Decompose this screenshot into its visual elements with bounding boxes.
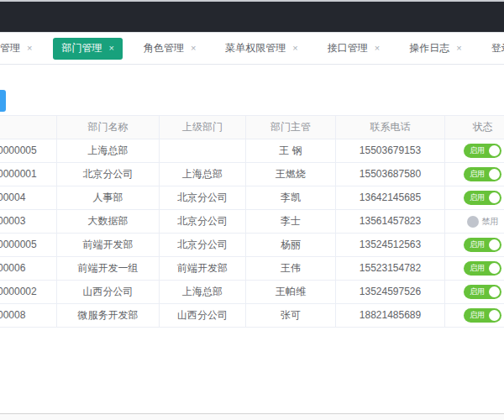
table-row: 00006前端开发一组前端开发部王伟15523154782启用	[0, 257, 504, 281]
cell-department-name: 山西分公司	[57, 281, 160, 304]
table-row: 0000001北京分公司上海总部王燃烧15503687580启用	[0, 163, 504, 186]
status-badge: 启用	[470, 191, 485, 205]
toggle-knob-icon	[489, 169, 500, 180]
cell-phone: 13524512563	[336, 234, 445, 257]
toggle-knob-icon	[489, 263, 500, 274]
cell-department-id: 00008	[0, 304, 57, 328]
toggle-knob-icon	[489, 310, 500, 321]
column-header-name: 部门名称	[57, 115, 160, 139]
column-header-parent: 上级部门	[160, 115, 246, 139]
cell-manager: 李凯	[246, 186, 336, 210]
status-badge: 启用	[470, 308, 485, 323]
cell-phone: 13642145685	[336, 186, 445, 210]
column-header-id	[0, 115, 57, 139]
tab-0[interactable]: 用户管理×	[0, 38, 40, 60]
tab-label: 接口管理	[328, 41, 368, 55]
cell-department-id: 0000002	[0, 281, 57, 304]
status-badge: 启用	[470, 285, 485, 299]
department-table: 部门名称 上级部门 部门主管 联系电话 状态 0000005上海总部王 钢155…	[0, 115, 504, 328]
column-header-status: 状态	[445, 115, 504, 139]
cell-parent-dept: 北京分公司	[160, 234, 246, 257]
tab-label: 用户管理	[0, 41, 20, 55]
toggle-knob-icon	[489, 145, 500, 156]
tab-close-icon[interactable]: ×	[27, 44, 32, 53]
tab-label: 操作日志	[409, 41, 449, 55]
toggle-knob-icon	[489, 192, 500, 203]
app-window: 用户管理×部门管理×角色管理×菜单权限管理×接口管理×操作日志×登录日志×SQL…	[0, 0, 504, 420]
toggle-knob-icon	[489, 239, 500, 250]
tab-close-icon[interactable]: ×	[456, 44, 461, 53]
cell-status: 启用	[445, 163, 504, 186]
tab-close-icon[interactable]: ×	[191, 44, 196, 53]
cell-department-name: 上海总部	[57, 139, 160, 163]
cell-phone: 15503679153	[336, 139, 445, 163]
cell-department-name: 微服务开发部	[57, 304, 160, 328]
cell-status: 启用	[445, 139, 504, 163]
status-badge: 启用	[470, 144, 485, 158]
cell-department-id: 0000005	[0, 139, 57, 163]
tab-close-icon[interactable]: ×	[108, 44, 113, 53]
column-header-manager: 部门主管	[246, 115, 336, 139]
toggle-knob-icon	[489, 286, 500, 297]
cell-department-name: 前端开发部	[57, 234, 160, 257]
tab-label: 角色管理	[144, 41, 184, 55]
cell-department-id: 00003	[0, 210, 57, 234]
tab-label: 登录日志	[491, 41, 504, 55]
tab-6[interactable]: 登录日志×	[483, 38, 504, 60]
table-body: 0000005上海总部王 钢15503679153启用0000001北京分公司上…	[0, 139, 504, 328]
cell-department-id: 00006	[0, 257, 57, 281]
status-toggle[interactable]: 启用	[464, 144, 501, 158]
cell-parent-dept: 山西分公司	[160, 304, 246, 328]
table-row: 00003大数据部北京分公司李士13561457823禁用	[0, 210, 504, 234]
cell-manager: 李士	[246, 210, 336, 234]
table-row: 0000005前端开发部北京分公司杨丽13524512563启用	[0, 234, 504, 257]
cell-phone: 18821485689	[336, 304, 445, 328]
column-header-phone: 联系电话	[336, 115, 445, 139]
status-badge: 禁用	[482, 210, 499, 233]
tab-close-icon[interactable]: ×	[292, 44, 297, 53]
status-toggle[interactable]: 启用	[464, 261, 501, 276]
cell-phone: 15523154782	[336, 257, 445, 281]
tab-bar: 用户管理×部门管理×角色管理×菜单权限管理×接口管理×操作日志×登录日志×SQL…	[0, 33, 504, 65]
tab-close-icon[interactable]: ×	[375, 44, 380, 53]
status-toggle[interactable]: 启用	[464, 191, 501, 205]
cell-manager: 杨丽	[246, 234, 336, 257]
cell-status: 启用	[445, 234, 504, 257]
status-toggle[interactable]: 禁用	[467, 215, 499, 228]
table-row: 00008微服务开发部山西分公司张可18821485689启用	[0, 304, 504, 328]
cell-manager: 张可	[246, 304, 336, 328]
toggle-knob-icon	[467, 216, 479, 228]
tab-4[interactable]: 接口管理×	[319, 38, 388, 60]
top-navbar	[0, 0, 504, 33]
cell-manager: 王伟	[246, 257, 336, 281]
status-toggle[interactable]: 启用	[464, 308, 501, 323]
cell-manager: 王燃烧	[246, 163, 336, 186]
cell-parent-dept: 上海总部	[160, 163, 246, 186]
table-header-row: 部门名称 上级部门 部门主管 联系电话 状态	[0, 115, 504, 139]
tab-3[interactable]: 菜单权限管理×	[217, 38, 306, 60]
table-row: 00004人事部北京分公司李凯13642145685启用	[0, 186, 504, 210]
add-button[interactable]	[0, 90, 6, 112]
cell-department-id: 0000001	[0, 163, 57, 186]
table-row: 0000002山西分公司上海总部王帕维13524597526启用	[0, 281, 504, 304]
status-toggle[interactable]: 启用	[464, 238, 501, 252]
tab-1[interactable]: 部门管理×	[53, 38, 122, 60]
cell-parent-dept: 前端开发部	[160, 257, 246, 281]
tab-5[interactable]: 操作日志×	[401, 38, 470, 60]
bottom-edge	[0, 413, 504, 420]
cell-phone: 13524597526	[336, 281, 445, 304]
cell-status: 启用	[445, 186, 504, 210]
cell-department-name: 前端开发一组	[57, 257, 160, 281]
status-badge: 启用	[470, 238, 485, 252]
cell-department-id: 0000005	[0, 234, 57, 257]
cell-department-name: 北京分公司	[57, 163, 160, 186]
cell-department-name: 大数据部	[57, 210, 160, 234]
cell-status: 启用	[445, 281, 504, 304]
cell-parent-dept	[160, 139, 246, 163]
cell-manager: 王帕维	[246, 281, 336, 304]
tab-label: 菜单权限管理	[225, 41, 286, 55]
status-toggle[interactable]: 启用	[464, 167, 501, 181]
status-toggle[interactable]: 启用	[464, 285, 501, 299]
status-badge: 启用	[470, 261, 485, 276]
tab-2[interactable]: 角色管理×	[135, 38, 204, 60]
